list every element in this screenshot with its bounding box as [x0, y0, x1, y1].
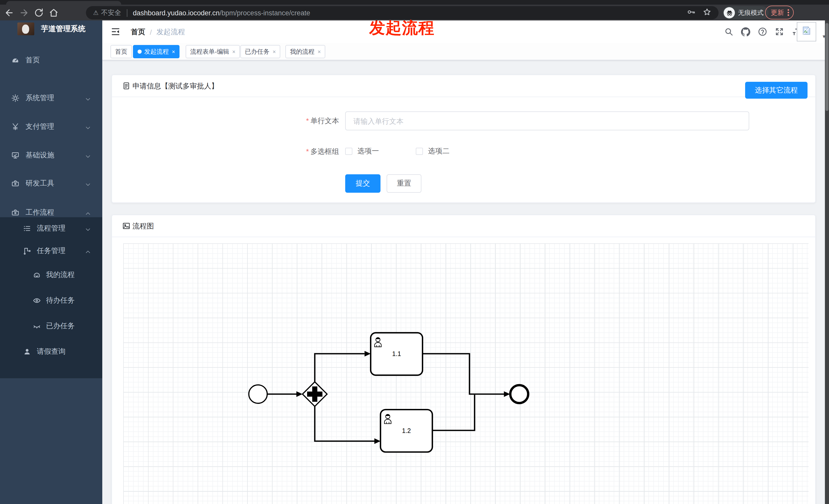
breadcrumb: 首页 / 发起流程: [131, 28, 185, 37]
help-icon[interactable]: [758, 27, 767, 36]
flow-gateway-to-task2: [315, 406, 374, 441]
browser-update-button[interactable]: 更新: [765, 6, 793, 20]
single-line-text-input[interactable]: [345, 111, 749, 130]
browser-menu-icon[interactable]: [788, 9, 789, 16]
dashboard-icon: [11, 56, 20, 65]
text-field-label: *单行文本: [112, 117, 339, 126]
page-scrollbar[interactable]: [825, 21, 829, 504]
document-icon: [122, 82, 131, 90]
arrowhead: [374, 438, 381, 444]
sidebar-item-done-tasks[interactable]: 已办任务: [0, 313, 102, 339]
tab-home[interactable]: 首页: [110, 45, 132, 58]
checkbox-group-label: *多选框组: [112, 147, 339, 156]
checkbox-group: 选项一 选项二: [345, 147, 449, 155]
chevron-down-icon: [85, 225, 91, 232]
sidebar-item-system[interactable]: 系统管理: [0, 87, 102, 109]
sidebar-item-task-mgmt[interactable]: 任务管理: [0, 240, 102, 262]
sidebar-item-devtools[interactable]: 研发工具: [0, 172, 102, 195]
eye-open-icon: [33, 297, 41, 305]
logo-avatar: [17, 23, 34, 35]
user-avatar[interactable]: [797, 22, 816, 41]
checkbox-option2[interactable]: [416, 148, 423, 155]
checkbox-option1-label[interactable]: 选项一: [358, 147, 379, 156]
breadcrumb-home[interactable]: 首页: [131, 28, 145, 37]
page-tabbar: 首页 发起流程 × 流程表单-编辑 × 已办任务 × 我的流程 ×: [102, 43, 829, 60]
not-secure-label[interactable]: 不安全: [101, 8, 121, 17]
chevron-down-icon: [85, 152, 91, 158]
password-key-icon[interactable]: [687, 8, 695, 18]
arrowhead: [504, 391, 510, 397]
bpmn-canvas[interactable]: 1.1 1.2: [123, 243, 808, 504]
image-icon: [122, 222, 131, 230]
bpmn-end-event[interactable]: [510, 385, 528, 403]
browser-home-icon[interactable]: [48, 7, 59, 17]
close-icon[interactable]: ×: [172, 49, 175, 54]
eye-closed-icon: [33, 322, 41, 330]
required-mark: *: [306, 117, 309, 125]
choose-other-process-button[interactable]: 选择其它流程: [745, 82, 807, 99]
tab-done-tasks[interactable]: 已办任务 ×: [240, 45, 281, 58]
bpmn-user-task-2[interactable]: 1.2: [381, 410, 432, 452]
process-diagram-card: 流程图: [111, 215, 816, 504]
address-bar[interactable]: ⚠ 不安全 dashboard.yudao.iocoder.cn /bpm/pr…: [86, 6, 719, 20]
sidebar-item-process-mgmt[interactable]: 流程管理: [0, 217, 102, 240]
close-icon[interactable]: ×: [273, 49, 276, 54]
browser-tabstrip: [0, 0, 829, 5]
gateway-plus-icon: [312, 386, 317, 402]
monitor-icon: [11, 151, 20, 159]
browser-active-tab[interactable]: [6, 1, 121, 5]
task-label: 1.1: [392, 350, 401, 357]
diagram-card-header: 流程图: [112, 215, 815, 237]
sidebar-item-infra[interactable]: 基础设施: [0, 144, 102, 167]
checkbox-option2-label[interactable]: 选项二: [428, 147, 449, 156]
briefcase-icon: [11, 208, 20, 217]
browser-back-icon[interactable]: [4, 7, 14, 17]
url-path[interactable]: /bpm/process-instance/create: [220, 9, 310, 16]
close-icon[interactable]: ×: [232, 49, 236, 54]
search-icon[interactable]: [724, 27, 733, 36]
chevron-down-icon: [85, 95, 91, 101]
app-header: 首页 / 发起流程 ▾: [102, 21, 829, 43]
chevron-down-icon: [85, 124, 91, 130]
reset-button[interactable]: 重置: [387, 174, 422, 193]
sidebar-item-todo-tasks[interactable]: 待办任务: [0, 288, 102, 313]
application-form-card: 申请信息【测试多审批人】 选择其它流程 *单行文本 *多选框组 选项一 选项二 …: [111, 75, 816, 203]
sidebar-item-leave-query[interactable]: 请假查询: [0, 339, 102, 364]
tab-create-process[interactable]: 发起流程 ×: [133, 45, 180, 58]
sidebar-item-my-process[interactable]: 我的流程: [0, 262, 102, 288]
breadcrumb-current: 发起流程: [156, 28, 185, 37]
github-icon[interactable]: [741, 27, 750, 36]
browser-chrome: ⚠ 不安全 dashboard.yudao.iocoder.cn /bpm/pr…: [0, 0, 829, 21]
sidebar-collapse-icon[interactable]: [110, 27, 121, 37]
sidebar-item-home[interactable]: 首页: [0, 49, 102, 72]
bookmark-star-icon[interactable]: [703, 8, 711, 18]
bpmn-start-event[interactable]: [249, 385, 267, 403]
not-secure-warning-icon: ⚠: [93, 9, 99, 16]
tab-form-edit[interactable]: 流程表单-编辑 ×: [186, 45, 240, 58]
scrollbar-thumb[interactable]: [825, 23, 828, 111]
update-label[interactable]: 更新: [771, 8, 784, 17]
yen-icon: [11, 123, 20, 131]
url-domain[interactable]: dashboard.yudao.iocoder.cn: [133, 9, 220, 16]
checkbox-option1[interactable]: [345, 148, 352, 155]
submit-button[interactable]: 提交: [345, 174, 381, 193]
broken-image-icon: [801, 26, 812, 38]
fullscreen-icon[interactable]: [775, 27, 784, 36]
close-icon[interactable]: ×: [318, 49, 321, 54]
list-tree-icon: [23, 224, 31, 233]
browser-reload-icon[interactable]: [34, 7, 44, 17]
branch-icon: [23, 247, 31, 255]
bpmn-user-task-1[interactable]: 1.1: [371, 333, 423, 375]
diagram-card-title: 流程图: [133, 222, 154, 231]
browser-forward-icon[interactable]: [19, 7, 29, 17]
chevron-up-icon: [85, 209, 91, 216]
gear-icon: [11, 94, 20, 102]
active-dot: [138, 49, 142, 54]
sidebar-item-payment[interactable]: 支付管理: [0, 116, 102, 138]
robot-face-icon: [33, 271, 41, 279]
task-label: 1.2: [402, 427, 411, 434]
tab-my-process[interactable]: 我的流程 ×: [285, 45, 326, 58]
flow-task2-to-end: [433, 395, 475, 430]
app-logo[interactable]: 芋道管理系统: [0, 21, 102, 41]
arrowhead: [365, 351, 371, 356]
